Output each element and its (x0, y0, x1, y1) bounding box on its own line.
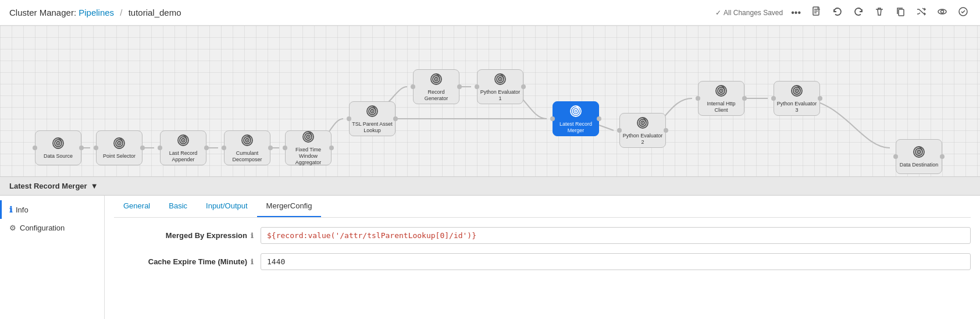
svg-point-28 (372, 111, 373, 112)
pipeline-node-tsl-parent-asset[interactable]: TSL Parent Asset Lookup (349, 101, 395, 136)
shuffle-button[interactable] (914, 5, 929, 20)
pipeline-node-last-record-appender[interactable]: Last Record Appender (160, 130, 206, 165)
node-label: TSL Parent Asset Lookup (350, 121, 395, 134)
node-output-dot (204, 146, 209, 150)
node-label: Fixed Time Window Aggregator (286, 147, 331, 165)
status-text: All Changes Saved (724, 9, 783, 17)
pipelines-link[interactable]: Pipelines (79, 8, 114, 17)
node-output-dot (597, 116, 601, 121)
svg-point-3 (941, 10, 944, 13)
merged-by-help-icon[interactable]: ℹ (251, 232, 254, 240)
node-input-dot (411, 84, 415, 89)
node-label: Point Selector (101, 153, 138, 160)
redo-button[interactable] (851, 5, 866, 20)
bottom-panel: Latest Record Merger ▼ ℹ Info ⚙ Configur… (0, 177, 980, 319)
node-input-dot (94, 146, 98, 150)
validate-button[interactable] (956, 5, 971, 20)
node-output-dot (393, 116, 398, 121)
cache-expire-time-input[interactable] (261, 253, 971, 270)
sidebar-item-config-label: Configuration (20, 224, 65, 232)
sidebar-item-info[interactable]: ℹ Info (0, 200, 104, 219)
node-input-dot (550, 116, 555, 121)
svg-point-48 (721, 90, 722, 91)
node-label: Record Generator (414, 89, 459, 102)
pipeline-node-data-source[interactable]: Data Source (35, 130, 81, 165)
pipeline-node-data-destination[interactable]: Data Destination (896, 139, 942, 174)
merged-by-label: Merged By Expression ℹ (114, 231, 254, 240)
node-label: Data Source (41, 153, 75, 160)
sidebar-item-configuration[interactable]: ⚙ Configuration (0, 219, 104, 237)
panel-title: Latest Record Merger (9, 182, 87, 190)
node-label: Last Record Appender (161, 150, 206, 163)
pipeline-name: tutorial_demo (129, 8, 181, 17)
pipeline-node-cumulant-decomposer[interactable]: Cumulant Decomposer (224, 130, 270, 165)
node-label: Cumulant Decomposer (224, 150, 270, 163)
tab-input-output[interactable]: Input/Output (197, 196, 257, 217)
header-toolbar: ✓ All Changes Saved ••• (715, 5, 971, 20)
delete-button[interactable] (872, 5, 887, 20)
form-content: Merged By Expression ℹ Cache Expire Time… (114, 218, 971, 319)
node-input-dot (617, 128, 622, 133)
node-output-dot (742, 96, 747, 101)
node-input-dot (222, 146, 226, 150)
save-status: ✓ All Changes Saved (715, 9, 783, 17)
tab-merger-config[interactable]: MergerConfig (257, 196, 322, 217)
node-input-dot (893, 154, 898, 159)
info-icon: ℹ (9, 205, 12, 214)
form-row-cache-expire: Cache Expire Time (Minute) ℹ (114, 253, 971, 270)
undo-button[interactable] (830, 5, 845, 20)
pipeline-node-python-evaluator-3[interactable]: Python Evaluator 3 (774, 81, 820, 116)
panel-content: ℹ Info ⚙ Configuration General Basic Inp… (0, 196, 980, 319)
svg-point-44 (642, 122, 643, 123)
document-button[interactable] (809, 5, 824, 20)
pipeline-node-python-evaluator-1[interactable]: Python Evaluator 1 (477, 69, 523, 104)
pipeline-node-python-evaluator-2[interactable]: Python Evaluator 2 (619, 113, 666, 148)
more-options-button[interactable]: ••• (789, 6, 803, 19)
pipeline-node-latest-record-merger[interactable]: Latest Record Merger (553, 101, 599, 136)
node-label: Python Evaluator 1 (477, 89, 523, 102)
tab-general[interactable]: General (114, 196, 159, 217)
svg-point-16 (183, 140, 184, 141)
pipeline-node-fixed-time-window[interactable]: Fixed Time Window Aggregator (285, 130, 332, 165)
node-label: Data Destination (897, 162, 941, 168)
node-output-dot (521, 84, 526, 89)
pipeline-canvas[interactable]: Data Source Point Selector Last Record A… (0, 26, 980, 177)
pipeline-node-record-generator[interactable]: Record Generator (413, 69, 459, 104)
svg-point-20 (247, 140, 248, 141)
svg-rect-1 (899, 9, 904, 16)
node-output-dot (457, 84, 462, 89)
node-label: Python Evaluator 2 (620, 133, 665, 146)
svg-point-36 (500, 79, 501, 80)
merged-by-expression-input[interactable] (261, 227, 971, 244)
node-label: Latest Record Merger (553, 121, 598, 134)
node-input-dot (475, 84, 479, 89)
node-output-dot (140, 146, 145, 150)
node-output-dot (268, 146, 273, 150)
preview-button[interactable] (935, 5, 950, 20)
node-output-dot (329, 146, 334, 150)
tab-bar: General Basic Input/Output MergerConfig (114, 196, 971, 218)
app-name: Cluster Manager: (9, 8, 76, 17)
node-output-dot (664, 128, 668, 133)
node-input-dot (283, 146, 287, 150)
panel-caret-icon: ▼ (91, 182, 98, 190)
copy-button[interactable] (893, 5, 908, 20)
gear-icon: ⚙ (9, 224, 16, 232)
node-input-dot (347, 116, 351, 121)
node-label: Python Evaluator 3 (774, 101, 819, 114)
status-check-icon: ✓ (715, 9, 721, 17)
node-output-dot (940, 154, 945, 159)
pipeline-node-internal-http-client[interactable]: Internal Http Client (698, 81, 744, 116)
svg-point-12 (119, 143, 120, 144)
svg-point-40 (575, 111, 576, 112)
cache-expire-help-icon[interactable]: ℹ (251, 258, 254, 266)
node-input-dot (696, 96, 700, 101)
node-input-dot (33, 146, 37, 150)
svg-point-24 (308, 136, 309, 137)
panel-header[interactable]: Latest Record Merger ▼ (0, 177, 980, 196)
node-input-dot (158, 146, 162, 150)
form-row-merged-by: Merged By Expression ℹ (114, 227, 971, 244)
pipeline-node-point-selector[interactable]: Point Selector (96, 130, 142, 165)
app-header: Cluster Manager: Pipelines / tutorial_de… (0, 0, 980, 26)
tab-basic[interactable]: Basic (159, 196, 197, 217)
